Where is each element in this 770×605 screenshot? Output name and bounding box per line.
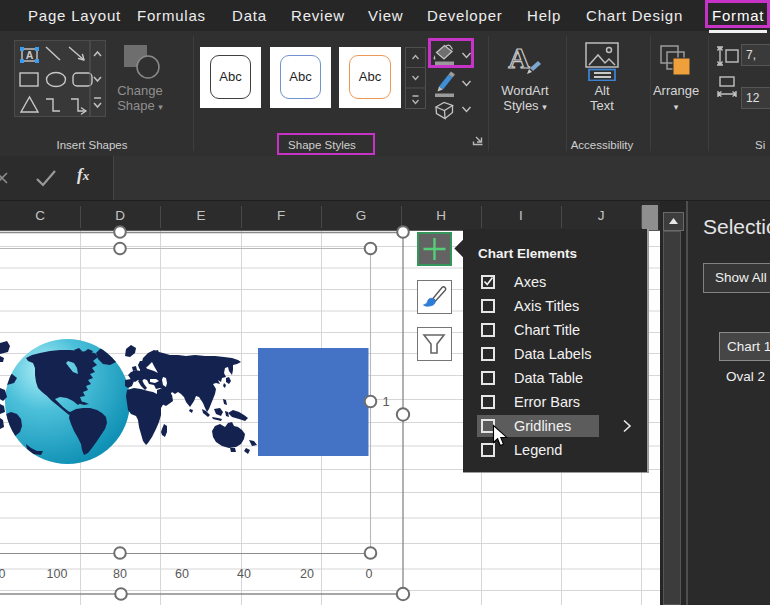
svg-text:A: A <box>508 41 530 74</box>
svg-text:20: 20 <box>300 567 314 581</box>
svg-text:60: 60 <box>175 567 189 581</box>
svg-text:40: 40 <box>237 567 251 581</box>
svg-text:100: 100 <box>47 567 68 581</box>
svg-text:0: 0 <box>0 567 6 581</box>
svg-text:0: 0 <box>366 567 373 581</box>
svg-text:1: 1 <box>382 394 389 409</box>
svg-text:A: A <box>26 49 34 61</box>
svg-text:80: 80 <box>113 567 127 581</box>
